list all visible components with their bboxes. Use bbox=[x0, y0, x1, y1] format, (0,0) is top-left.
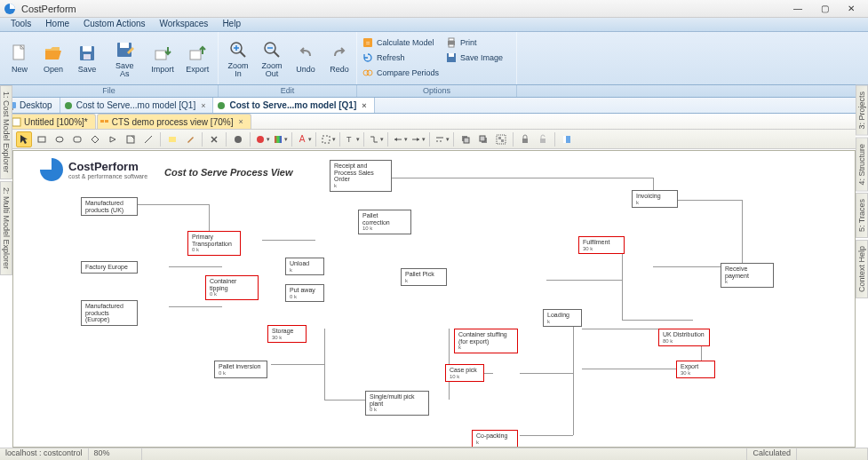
side-structure[interactable]: 4: Structure bbox=[856, 138, 868, 192]
menu-workspaces[interactable]: Workspaces bbox=[153, 18, 216, 31]
node-fulfilment[interactable]: Fulfilment30 k bbox=[578, 236, 625, 254]
import-button[interactable]: Import bbox=[146, 34, 179, 83]
font-color-button[interactable]: A▾ bbox=[296, 131, 312, 147]
polygon-tool[interactable] bbox=[87, 131, 103, 147]
bring-front-button[interactable] bbox=[458, 131, 474, 147]
side-traces[interactable]: 5: Traces bbox=[856, 193, 868, 238]
gradient-button[interactable]: ▾ bbox=[272, 131, 288, 147]
line-style-button[interactable]: ▾ bbox=[434, 131, 450, 147]
close-innertab-icon[interactable]: × bbox=[238, 117, 243, 126]
rect-tool[interactable] bbox=[34, 131, 50, 147]
svg-rect-53 bbox=[480, 136, 485, 141]
arrow-start-button[interactable]: ▾ bbox=[392, 131, 408, 147]
node-storage[interactable]: Storage30 k bbox=[267, 325, 307, 343]
line-tool[interactable] bbox=[140, 131, 156, 147]
toggle-panel-button[interactable] bbox=[559, 131, 575, 147]
node-invoicing[interactable]: Invoicingk bbox=[632, 190, 678, 208]
menu-tools[interactable]: Tools bbox=[4, 18, 38, 31]
doctab-model-2[interactable]: Cost to Serve...mo model [Q1] × bbox=[213, 98, 374, 113]
innertab-untitled[interactable]: Untitled [100%]* bbox=[9, 114, 96, 129]
svg-rect-3 bbox=[83, 46, 92, 52]
ellipse-tool[interactable] bbox=[52, 131, 68, 147]
node-pallet-correction[interactable]: Pallet correction10 k bbox=[358, 210, 411, 234]
calculate-icon: = bbox=[362, 37, 373, 48]
node-put-away[interactable]: Put away0 k bbox=[285, 284, 324, 302]
svg-rect-29 bbox=[12, 118, 20, 126]
note-tool[interactable] bbox=[123, 131, 139, 147]
side-multi-model-explorer[interactable]: 2: Multi Model Explorer bbox=[0, 181, 12, 275]
menu-custom-actions[interactable]: Custom Actions bbox=[76, 18, 152, 31]
export-button[interactable]: Export bbox=[180, 34, 214, 83]
shadow-tool[interactable] bbox=[230, 131, 246, 147]
node-receive-payment[interactable]: Receive paymentk bbox=[721, 263, 774, 288]
undo-button[interactable]: Undo bbox=[290, 34, 322, 83]
send-back-button[interactable] bbox=[475, 131, 491, 147]
node-container-tipping[interactable]: Container tipping0 k bbox=[205, 275, 259, 300]
node-co-packing[interactable]: Co-packingk bbox=[472, 430, 518, 448]
status-connection: localhost : costcontrol bbox=[0, 448, 89, 460]
text-align-button[interactable]: T▾ bbox=[344, 131, 360, 147]
doctab-model-1[interactable]: Cost to Serve...mo model [Q1] × bbox=[60, 98, 214, 113]
node-primary-transportation[interactable]: Primary Transportation0 k bbox=[187, 231, 241, 256]
process-icon bbox=[100, 117, 109, 127]
left-panel-tabs: 1: Cost Model Explorer 2: Multi Model Ex… bbox=[0, 85, 12, 460]
group-button[interactable] bbox=[493, 131, 509, 147]
menu-home[interactable]: Home bbox=[38, 18, 76, 31]
close-button[interactable]: ✕ bbox=[838, 1, 864, 17]
compare-periods-button[interactable]: Compare Periods bbox=[362, 65, 511, 80]
node-case-pick[interactable]: Case pick10 k bbox=[445, 364, 484, 382]
node-single-pick[interactable]: Single/multi pick plant0 k bbox=[365, 391, 429, 416]
node-pallet-pick[interactable]: Pallet Pickk bbox=[401, 268, 447, 286]
close-tab-icon[interactable]: × bbox=[201, 101, 205, 110]
svg-point-28 bbox=[218, 102, 225, 109]
pointer-tool[interactable] bbox=[16, 131, 32, 147]
side-context-help[interactable]: Context Help bbox=[856, 240, 868, 298]
highlight-tool[interactable] bbox=[164, 131, 180, 147]
svg-text:A: A bbox=[299, 134, 305, 144]
fill-color-button[interactable]: ▾ bbox=[254, 131, 270, 147]
right-panel-tabs: 3: Projects 4: Structure 5: Traces Conte… bbox=[856, 85, 868, 460]
brush-tool[interactable] bbox=[182, 131, 198, 147]
rounded-rect-tool[interactable] bbox=[69, 131, 85, 147]
open-button[interactable]: Open bbox=[37, 34, 69, 83]
connector-style-button[interactable]: ▾ bbox=[368, 131, 384, 147]
diagram-canvas[interactable]: CostPerform cost & performance software … bbox=[12, 150, 856, 448]
node-receipt[interactable]: Receipt and Process Sales Orderk bbox=[330, 160, 392, 192]
innertab-cts-view[interactable]: CTS demo process view [70%] × bbox=[97, 114, 251, 129]
node-factory-europe[interactable]: Factory Europe bbox=[81, 261, 138, 274]
minimize-button[interactable]: — bbox=[784, 1, 811, 17]
lock-button[interactable] bbox=[517, 131, 533, 147]
save-as-button[interactable]: Save As bbox=[105, 34, 144, 83]
redo-button[interactable]: Redo bbox=[323, 34, 355, 83]
delete-button[interactable] bbox=[206, 131, 222, 147]
maximize-button[interactable]: ▢ bbox=[811, 1, 838, 17]
node-uk-distribution[interactable]: UK Distribution80 k bbox=[658, 329, 710, 346]
node-manuf-europe[interactable]: Manufactured products (Europe) bbox=[81, 300, 138, 326]
node-container-stuffing[interactable]: Container stuffing (for export)k bbox=[454, 329, 518, 353]
close-tab-icon[interactable]: × bbox=[362, 101, 366, 110]
node-export[interactable]: Export30 k bbox=[676, 361, 715, 378]
triangle-tool[interactable] bbox=[105, 131, 121, 147]
save-button[interactable]: Save bbox=[71, 34, 103, 83]
node-pallet-inversion[interactable]: Pallet inversion0 k bbox=[214, 361, 267, 378]
save-icon bbox=[76, 43, 98, 64]
zoom-in-button[interactable]: Zoom In bbox=[222, 34, 254, 83]
node-unload[interactable]: Unloadk bbox=[285, 258, 324, 275]
zoom-out-button[interactable]: Zoom Out bbox=[256, 34, 288, 83]
save-image-button[interactable]: Save Image bbox=[446, 50, 503, 65]
node-manuf-uk[interactable]: Manufactured products (UK) bbox=[81, 197, 138, 216]
new-button[interactable]: New bbox=[4, 34, 36, 83]
arrow-end-button[interactable]: ▾ bbox=[410, 131, 426, 147]
svg-text:T: T bbox=[346, 135, 352, 144]
print-button[interactable]: Print bbox=[446, 35, 503, 50]
menu-help[interactable]: Help bbox=[215, 18, 248, 31]
border-button[interactable]: ▾ bbox=[320, 131, 336, 147]
model-icon bbox=[216, 100, 227, 111]
unlock-button[interactable] bbox=[535, 131, 551, 147]
side-projects[interactable]: 3: Projects bbox=[856, 85, 868, 136]
svg-rect-60 bbox=[563, 136, 566, 143]
zoom-out-icon bbox=[261, 39, 283, 60]
side-cost-model-explorer[interactable]: 1: Cost Model Explorer bbox=[0, 85, 12, 179]
node-loading[interactable]: Loadingk bbox=[543, 309, 582, 327]
status-calculated: Calculated bbox=[747, 448, 797, 460]
